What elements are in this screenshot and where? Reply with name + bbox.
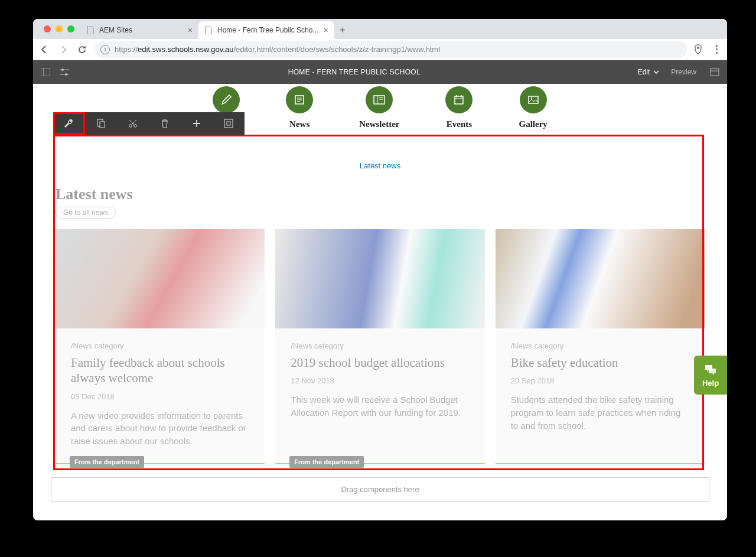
page-properties-icon[interactable]: [708, 66, 721, 79]
site-info-icon[interactable]: i: [100, 45, 110, 54]
configure-button[interactable]: [53, 112, 85, 135]
card-date: 12 Nov 2018: [291, 376, 469, 385]
plus-icon: [192, 119, 201, 128]
card-excerpt: This week we will receive a School Budge…: [291, 393, 469, 419]
card-image: [496, 229, 705, 328]
page-icon: [86, 26, 94, 34]
address-bar: i https://edit.sws.schools.nsw.gov.au/ed…: [33, 39, 727, 60]
svg-point-26: [134, 125, 137, 128]
svg-point-6: [65, 73, 67, 76]
card-category: /News category: [291, 341, 469, 350]
trash-icon: [160, 118, 170, 129]
gallery-icon: [527, 95, 540, 105]
card-category: /News category: [511, 341, 689, 350]
chat-icon: [703, 363, 718, 376]
latest-news-section[interactable]: Latest news Go to all news From the depa…: [33, 185, 727, 464]
card-date: 20 Sep 2018: [511, 376, 689, 385]
calendar-icon: [453, 94, 465, 106]
svg-rect-1: [41, 68, 50, 76]
wrench-icon: [64, 118, 74, 129]
layout-icon: [223, 118, 234, 129]
preview-button[interactable]: Preview: [671, 68, 696, 76]
help-widget[interactable]: Help: [694, 356, 727, 395]
section-heading: Latest news: [56, 185, 705, 203]
page-content-area: News Newsletter Events Gallery: [33, 84, 727, 520]
card-image: [56, 229, 265, 328]
cut-button[interactable]: [117, 112, 149, 135]
card-title: Bike safety education: [511, 355, 689, 370]
browser-tab-strip: AEM Sites × Home - Fern Tree Public Scho…: [33, 19, 727, 39]
aem-editor-bar: HOME - FERN TREE PUBLIC SCHOOL Edit Prev…: [33, 60, 727, 84]
svg-rect-28: [227, 122, 230, 125]
group-button[interactable]: [213, 112, 245, 135]
pencil-icon: [220, 94, 232, 106]
card-title: 2019 school budget allocations: [291, 355, 469, 370]
side-panel-toggle-icon[interactable]: [39, 66, 52, 79]
browser-window: AEM Sites × Home - Fern Tree Public Scho…: [33, 19, 727, 520]
news-cards-row: From the department /News category Famil…: [56, 229, 705, 464]
svg-rect-13: [374, 96, 384, 104]
minimize-window-button[interactable]: [56, 25, 63, 32]
close-tab-icon[interactable]: ×: [323, 25, 328, 35]
new-tab-button[interactable]: +: [334, 21, 351, 39]
page-title: HOME - FERN TREE PUBLIC SCHOOL: [71, 68, 638, 76]
window-controls: [38, 19, 80, 39]
component-toolbar: [53, 112, 245, 135]
card-excerpt: A new video provides information to pare…: [71, 409, 249, 448]
svg-rect-7: [711, 69, 719, 76]
news-card[interactable]: /News category Bike safety education 20 …: [496, 229, 705, 464]
department-badge: From the department: [70, 456, 144, 468]
close-window-button[interactable]: [44, 25, 51, 32]
news-icon: [294, 94, 305, 106]
nav-item-newsletter[interactable]: Newsletter: [359, 86, 399, 129]
settings-sliders-icon[interactable]: [58, 66, 71, 79]
edit-mode-dropdown[interactable]: Edit: [638, 68, 660, 76]
go-to-all-news-button[interactable]: Go to all news: [56, 207, 116, 219]
svg-point-5: [61, 69, 64, 71]
svg-rect-27: [224, 119, 233, 128]
back-button[interactable]: [38, 43, 51, 56]
url-text: https://edit.sws.schools.nsw.gov.au/edit…: [115, 45, 440, 54]
department-badge: From the department: [289, 456, 364, 468]
delete-button[interactable]: [149, 112, 181, 135]
card-category: /News category: [71, 341, 249, 350]
component-link[interactable]: Latest news: [33, 161, 727, 170]
paste-button[interactable]: [85, 112, 117, 135]
card-date: 05 Dec 2018: [71, 392, 249, 401]
news-card[interactable]: From the department /News category 2019 …: [275, 229, 484, 464]
chevron-down-icon: [653, 70, 659, 74]
svg-point-22: [530, 97, 532, 99]
tab-aem-sites[interactable]: AEM Sites ×: [80, 21, 198, 39]
close-tab-icon[interactable]: ×: [188, 25, 193, 35]
news-card[interactable]: From the department /News category Famil…: [56, 229, 265, 464]
tab-home-fern-tree[interactable]: Home - Fern Tree Public Scho... ×: [198, 21, 334, 39]
svg-point-0: [697, 47, 699, 49]
forward-button[interactable]: [57, 43, 70, 56]
card-image: [275, 229, 484, 328]
card-excerpt: Students attended the bike safety traini…: [511, 393, 689, 432]
browser-menu-button[interactable]: [711, 45, 722, 54]
insert-button[interactable]: [181, 112, 213, 135]
nav-item-events[interactable]: Events: [445, 86, 472, 129]
svg-rect-24: [100, 122, 105, 128]
paste-icon: [96, 118, 106, 129]
card-title: Family feedback about schools always wel…: [71, 355, 249, 386]
url-field[interactable]: i https://edit.sws.schools.nsw.gov.au/ed…: [94, 41, 687, 58]
maximize-window-button[interactable]: [67, 25, 74, 32]
nav-item-news[interactable]: News: [286, 86, 313, 129]
profile-icon[interactable]: [693, 44, 705, 56]
svg-rect-17: [455, 96, 463, 104]
page-icon: [204, 26, 213, 34]
newsletter-icon: [373, 95, 386, 105]
scissors-icon: [128, 118, 138, 129]
tab-title: Home - Fern Tree Public Scho...: [217, 26, 318, 34]
drop-zone[interactable]: Drag components here: [51, 477, 709, 502]
nav-item-gallery[interactable]: Gallery: [519, 86, 547, 129]
svg-point-25: [129, 125, 132, 128]
svg-rect-21: [529, 96, 538, 103]
tab-title: AEM Sites: [99, 26, 132, 34]
reload-button[interactable]: [76, 43, 89, 56]
